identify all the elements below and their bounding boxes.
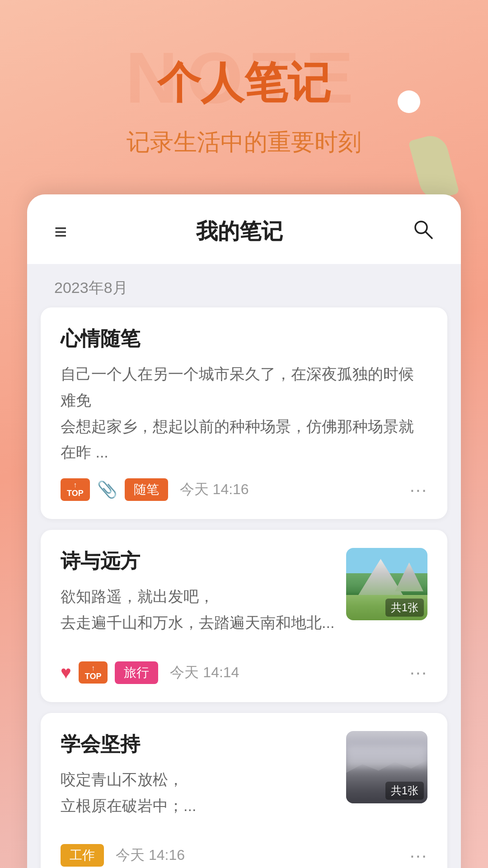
tag-label-2: 旅行 (115, 661, 158, 684)
header-title: 我的笔记 (196, 217, 283, 246)
note-content-3: 咬定青山不放松，立根原在破岩中；... (61, 767, 337, 819)
decoration-circle (398, 90, 420, 113)
more-button-3[interactable]: ··· (410, 845, 427, 866)
note-content-2: 欲知路遥，就出发吧，去走遍千山和万水，去踏遍天南和地北... (61, 584, 337, 636)
note-title-1: 心情随笔 (61, 326, 427, 352)
note-footer-3: 工作 今天 14:16 ··· (61, 844, 427, 867)
note-body-3: 学会坚持 咬定青山不放松，立根原在破岩中；... 共1张 (61, 731, 427, 832)
note-text-area-2: 诗与远方 欲知路遥，就出发吧，去走遍千山和万水，去踏遍天南和地北... (61, 548, 337, 649)
note-card-2[interactable]: 诗与远方 欲知路遥，就出发吧，去走遍千山和万水，去踏遍天南和地北... 共1张 … (41, 530, 447, 702)
note-footer-2: ♥ ↑ TOP 旅行 今天 14:14 ··· (61, 661, 427, 684)
app-header: ≡ 我的笔记 (27, 194, 461, 264)
note-footer-1: ↑ TOP 📎 随笔 今天 14:16 ··· (61, 478, 427, 501)
tag-label-3: 工作 (61, 844, 104, 867)
note-tags-1: ↑ TOP 📎 随笔 今天 14:16 (61, 478, 249, 501)
tag-attach-icon-1: 📎 (97, 480, 117, 499)
note-tags-2: ♥ ↑ TOP 旅行 今天 14:14 (61, 661, 239, 684)
note-time-3: 今天 14:16 (116, 845, 185, 865)
note-card-1[interactable]: 心情随笔 自己一个人在另一个城市呆久了，在深夜孤独的时候难免会想起家乡，想起以前… (41, 307, 447, 519)
note-image-3: 共1张 (346, 731, 427, 803)
note-text-area-3: 学会坚持 咬定青山不放松，立根原在破岩中；... (61, 731, 337, 832)
image-count-2: 共1张 (385, 599, 424, 617)
note-card-3[interactable]: 学会坚持 咬定青山不放松，立根原在破岩中；... 共1张 工作 今天 14:16… (41, 713, 447, 868)
image-count-3: 共1张 (385, 782, 424, 800)
svg-line-1 (426, 232, 432, 238)
tag-label-1: 随笔 (125, 478, 168, 501)
menu-icon[interactable]: ≡ (54, 219, 67, 244)
note-image-2: 共1张 (346, 548, 427, 620)
note-time-1: 今天 14:16 (180, 480, 249, 500)
date-section: 2023年8月 (27, 264, 461, 307)
hero-section: NOTE 个人笔记 记录生活中的重要时刻 (0, 0, 488, 194)
date-label: 2023年8月 (54, 279, 128, 296)
note-title-3: 学会坚持 (61, 731, 337, 758)
note-tags-3: 工作 今天 14:16 (61, 844, 185, 867)
heart-icon-2: ♥ (61, 662, 71, 683)
more-button-1[interactable]: ··· (410, 480, 427, 500)
app-card: ≡ 我的笔记 2023年8月 心情随笔 自己一个人在另一个城市呆久了，在深夜孤独… (27, 194, 461, 868)
tag-top-icon-2: ↑ TOP (79, 661, 108, 684)
tag-top-icon-1: ↑ TOP (61, 478, 90, 500)
note-body-2: 诗与远方 欲知路遥，就出发吧，去走遍千山和万水，去踏遍天南和地北... 共1张 (61, 548, 427, 649)
note-content-1: 自己一个人在另一个城市呆久了，在深夜孤独的时候难免会想起家乡，想起以前的种种场景… (61, 361, 427, 466)
more-button-2[interactable]: ··· (410, 662, 427, 683)
note-title-2: 诗与远方 (61, 548, 337, 575)
note-time-2: 今天 14:14 (170, 663, 239, 683)
search-icon[interactable] (412, 218, 434, 245)
